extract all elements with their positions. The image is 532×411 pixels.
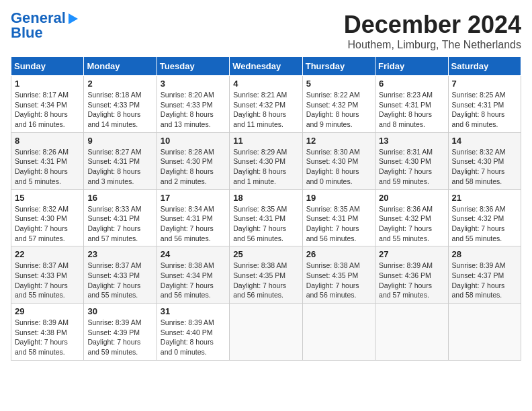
cell-sun-info: Sunrise: 8:39 AMSunset: 4:37 PMDaylight:… [452, 261, 517, 300]
calendar-cell: 29Sunrise: 8:39 AMSunset: 4:38 PMDayligh… [11, 304, 84, 361]
calendar-cell: 26Sunrise: 8:38 AMSunset: 4:35 PMDayligh… [302, 246, 375, 304]
day-number: 18 [233, 193, 298, 203]
day-number: 27 [379, 249, 444, 259]
calendar-cell: 5Sunrise: 8:22 AMSunset: 4:32 PMDaylight… [302, 76, 375, 133]
cell-sun-info: Sunrise: 8:39 AMSunset: 4:38 PMDaylight:… [15, 318, 80, 357]
calendar-cell: 10Sunrise: 8:28 AMSunset: 4:30 PMDayligh… [157, 132, 229, 189]
day-number: 5 [306, 79, 371, 89]
day-number: 7 [452, 79, 517, 89]
cell-sun-info: Sunrise: 8:38 AMSunset: 4:35 PMDaylight:… [306, 261, 371, 300]
calendar-cell: 20Sunrise: 8:36 AMSunset: 4:32 PMDayligh… [375, 189, 448, 246]
cell-sun-info: Sunrise: 8:38 AMSunset: 4:34 PMDaylight:… [161, 261, 226, 300]
calendar-cell: 27Sunrise: 8:39 AMSunset: 4:36 PMDayligh… [375, 246, 448, 304]
calendar-cell [302, 304, 375, 361]
calendar-cell [230, 304, 302, 361]
day-number: 22 [15, 249, 80, 259]
calendar-cell: 7Sunrise: 8:25 AMSunset: 4:31 PMDaylight… [448, 76, 521, 133]
day-number: 9 [87, 136, 152, 146]
cell-sun-info: Sunrise: 8:23 AMSunset: 4:31 PMDaylight:… [379, 90, 444, 130]
weekday-header: Saturday [448, 57, 521, 76]
cell-sun-info: Sunrise: 8:36 AMSunset: 4:32 PMDaylight:… [452, 204, 517, 244]
cell-sun-info: Sunrise: 8:18 AMSunset: 4:33 PMDaylight:… [87, 90, 152, 130]
calendar-week-row: 15Sunrise: 8:32 AMSunset: 4:30 PMDayligh… [11, 189, 521, 246]
calendar-cell: 13Sunrise: 8:31 AMSunset: 4:30 PMDayligh… [375, 132, 448, 189]
day-number: 20 [379, 193, 444, 203]
day-number: 19 [306, 193, 371, 203]
calendar-cell: 9Sunrise: 8:27 AMSunset: 4:31 PMDaylight… [84, 132, 157, 189]
calendar-cell [448, 304, 521, 361]
calendar-cell: 12Sunrise: 8:30 AMSunset: 4:30 PMDayligh… [302, 132, 375, 189]
calendar-header-row: SundayMondayTuesdayWednesdayThursdayFrid… [11, 57, 521, 76]
weekday-header: Wednesday [230, 57, 302, 76]
calendar-cell: 11Sunrise: 8:29 AMSunset: 4:30 PMDayligh… [230, 132, 302, 189]
cell-sun-info: Sunrise: 8:34 AMSunset: 4:31 PMDaylight:… [161, 204, 226, 244]
calendar-cell: 31Sunrise: 8:39 AMSunset: 4:40 PMDayligh… [157, 304, 229, 361]
calendar-week-row: 22Sunrise: 8:37 AMSunset: 4:33 PMDayligh… [11, 246, 521, 304]
weekday-header: Monday [84, 57, 157, 76]
weekday-header: Sunday [11, 57, 84, 76]
calendar-cell: 18Sunrise: 8:35 AMSunset: 4:31 PMDayligh… [230, 189, 302, 246]
cell-sun-info: Sunrise: 8:36 AMSunset: 4:32 PMDaylight:… [379, 204, 444, 244]
day-number: 8 [15, 136, 80, 146]
logo-arrow-icon [69, 13, 78, 24]
calendar-cell: 14Sunrise: 8:32 AMSunset: 4:30 PMDayligh… [448, 132, 521, 189]
cell-sun-info: Sunrise: 8:37 AMSunset: 4:33 PMDaylight:… [87, 261, 152, 300]
calendar-cell: 19Sunrise: 8:35 AMSunset: 4:31 PMDayligh… [302, 189, 375, 246]
title-area: December 2024 Houthem, Limburg, The Neth… [344, 11, 521, 51]
day-number: 1 [15, 79, 80, 89]
day-number: 23 [87, 249, 152, 259]
cell-sun-info: Sunrise: 8:30 AMSunset: 4:30 PMDaylight:… [306, 147, 371, 187]
calendar-week-row: 8Sunrise: 8:26 AMSunset: 4:31 PMDaylight… [11, 132, 521, 189]
day-number: 14 [452, 136, 517, 146]
logo: General Blue [11, 11, 78, 40]
cell-sun-info: Sunrise: 8:22 AMSunset: 4:32 PMDaylight:… [306, 90, 371, 130]
calendar-cell: 25Sunrise: 8:38 AMSunset: 4:35 PMDayligh… [230, 246, 302, 304]
day-number: 29 [15, 306, 80, 316]
weekday-header: Friday [375, 57, 448, 76]
calendar-cell: 3Sunrise: 8:20 AMSunset: 4:33 PMDaylight… [157, 76, 229, 133]
cell-sun-info: Sunrise: 8:39 AMSunset: 4:39 PMDaylight:… [87, 318, 152, 357]
calendar-week-row: 29Sunrise: 8:39 AMSunset: 4:38 PMDayligh… [11, 304, 521, 361]
cell-sun-info: Sunrise: 8:31 AMSunset: 4:30 PMDaylight:… [379, 147, 444, 187]
calendar-cell: 4Sunrise: 8:21 AMSunset: 4:32 PMDaylight… [230, 76, 302, 133]
day-number: 21 [452, 193, 517, 203]
cell-sun-info: Sunrise: 8:28 AMSunset: 4:30 PMDaylight:… [161, 147, 226, 187]
cell-sun-info: Sunrise: 8:32 AMSunset: 4:30 PMDaylight:… [452, 147, 517, 187]
day-number: 6 [379, 79, 444, 89]
calendar-week-row: 1Sunrise: 8:17 AMSunset: 4:34 PMDaylight… [11, 76, 521, 133]
cell-sun-info: Sunrise: 8:25 AMSunset: 4:31 PMDaylight:… [452, 90, 517, 130]
cell-sun-info: Sunrise: 8:37 AMSunset: 4:33 PMDaylight:… [15, 261, 80, 300]
day-number: 2 [87, 79, 152, 89]
calendar-cell: 17Sunrise: 8:34 AMSunset: 4:31 PMDayligh… [157, 189, 229, 246]
cell-sun-info: Sunrise: 8:27 AMSunset: 4:31 PMDaylight:… [87, 147, 152, 187]
day-number: 15 [15, 193, 80, 203]
calendar-cell [375, 304, 448, 361]
calendar-cell: 24Sunrise: 8:38 AMSunset: 4:34 PMDayligh… [157, 246, 229, 304]
day-number: 12 [306, 136, 371, 146]
calendar-cell: 21Sunrise: 8:36 AMSunset: 4:32 PMDayligh… [448, 189, 521, 246]
calendar-cell: 22Sunrise: 8:37 AMSunset: 4:33 PMDayligh… [11, 246, 84, 304]
location-subtitle: Houthem, Limburg, The Netherlands [344, 39, 521, 51]
cell-sun-info: Sunrise: 8:39 AMSunset: 4:40 PMDaylight:… [161, 318, 226, 357]
day-number: 17 [161, 193, 226, 203]
weekday-header: Tuesday [157, 57, 229, 76]
page-header: General Blue December 2024 Houthem, Limb… [11, 11, 521, 51]
day-number: 13 [379, 136, 444, 146]
calendar-cell: 8Sunrise: 8:26 AMSunset: 4:31 PMDaylight… [11, 132, 84, 189]
day-number: 16 [87, 193, 152, 203]
cell-sun-info: Sunrise: 8:33 AMSunset: 4:31 PMDaylight:… [87, 204, 152, 244]
weekday-header: Thursday [302, 57, 375, 76]
calendar-cell: 30Sunrise: 8:39 AMSunset: 4:39 PMDayligh… [84, 304, 157, 361]
day-number: 11 [233, 136, 298, 146]
calendar-table: SundayMondayTuesdayWednesdayThursdayFrid… [11, 56, 521, 361]
calendar-cell: 6Sunrise: 8:23 AMSunset: 4:31 PMDaylight… [375, 76, 448, 133]
calendar-cell: 16Sunrise: 8:33 AMSunset: 4:31 PMDayligh… [84, 189, 157, 246]
day-number: 28 [452, 249, 517, 259]
cell-sun-info: Sunrise: 8:26 AMSunset: 4:31 PMDaylight:… [15, 147, 80, 187]
day-number: 31 [161, 306, 226, 316]
cell-sun-info: Sunrise: 8:38 AMSunset: 4:35 PMDaylight:… [233, 261, 298, 300]
calendar-cell: 28Sunrise: 8:39 AMSunset: 4:37 PMDayligh… [448, 246, 521, 304]
month-title: December 2024 [344, 11, 521, 39]
cell-sun-info: Sunrise: 8:35 AMSunset: 4:31 PMDaylight:… [306, 204, 371, 244]
calendar-cell: 23Sunrise: 8:37 AMSunset: 4:33 PMDayligh… [84, 246, 157, 304]
